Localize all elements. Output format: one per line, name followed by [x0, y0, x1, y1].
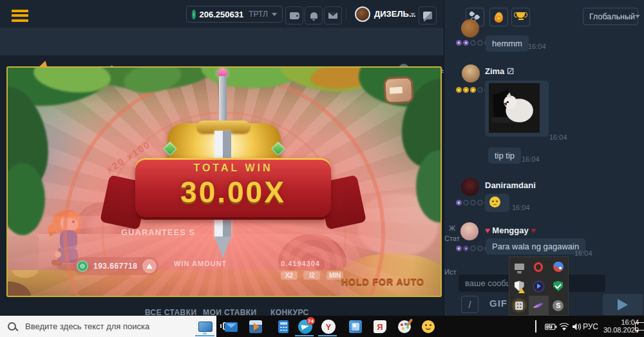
monitor-tray-icon[interactable]: [509, 257, 529, 276]
neutral-face-emoji-icon: [489, 197, 500, 207]
chat-username[interactable]: Zima ⚂: [485, 66, 514, 76]
clock-date: 30.08.2020: [599, 326, 639, 334]
page-fragment: Стат: [444, 235, 460, 242]
chat-username[interactable]: ♥ Menggay ♥: [485, 226, 536, 235]
open-app-indicator: [295, 335, 314, 336]
mail-icon: [328, 12, 337, 19]
user-menu-chevron-icon[interactable]: [410, 13, 415, 16]
avatar[interactable]: [462, 64, 480, 82]
crypto-coin-icon: [192, 10, 196, 19]
message-time: 16:04: [549, 133, 567, 141]
antivirus-tray-icon[interactable]: [549, 276, 568, 296]
emoji-message: [485, 194, 509, 212]
balance-value: 206.250631: [200, 10, 244, 19]
double-bet-button[interactable]: X2: [281, 271, 298, 280]
win-multiplier: 30.00X: [135, 175, 331, 209]
yandex-taskbar-icon[interactable]: Я: [372, 318, 388, 335]
bet-controls: X2 /2 MIN: [281, 269, 346, 280]
chat-channel-label: Глобальный: [589, 12, 635, 21]
sword-blade-tip: [214, 236, 231, 258]
file-explorer-taskbar-icon[interactable]: [197, 318, 214, 335]
chat-username[interactable]: Daniramdani: [485, 180, 536, 190]
message-time: 16:04: [528, 43, 546, 50]
taskbar-clock[interactable]: 16:04 30.08.2020: [599, 318, 639, 334]
skype-tray-icon[interactable]: S: [549, 296, 568, 315]
page-fragment: Ист: [444, 268, 456, 276]
game-menu-button[interactable]: [383, 76, 414, 104]
photos-taskbar-icon[interactable]: [347, 318, 364, 335]
defender-alert-tray-icon[interactable]: [509, 276, 529, 296]
hold-for-auto-label[interactable]: HOLD FOR AUTO: [341, 276, 424, 287]
input-device-tray-icon[interactable]: [509, 296, 529, 315]
game-coin-icon: [77, 260, 88, 272]
avatar[interactable]: [461, 19, 479, 37]
bet-value: 0.4194304: [281, 260, 320, 267]
avatar[interactable]: [461, 178, 479, 196]
battery-icon[interactable]: [545, 323, 557, 331]
speaker-icon[interactable]: [572, 323, 582, 331]
opera-tray-icon[interactable]: [529, 257, 548, 276]
mail-taskbar-icon[interactable]: [223, 318, 240, 335]
media-player-tray-icon[interactable]: [529, 276, 548, 296]
trophy-button[interactable]: [511, 8, 530, 26]
user-avatar[interactable]: [355, 6, 370, 22]
chevron-down-icon: [272, 13, 277, 16]
wifi-icon[interactable]: [559, 323, 569, 331]
tray-overflow-popup: S: [509, 256, 569, 316]
bell-icon: [310, 12, 317, 19]
calculator-taskbar-icon[interactable]: [275, 318, 292, 335]
taskbar-search-input[interactable]: [24, 321, 207, 332]
chat-message: tip tip: [488, 148, 521, 164]
top-navbar: 206.250631 ТРТЛ ДИЗЕЛЬ...: [0, 0, 444, 28]
chat-toggle-button[interactable]: [419, 6, 437, 24]
browser-ball-tray-icon[interactable]: [549, 257, 568, 276]
notification-bar: Добро пожаловать Vicky babu присоединяет…: [0, 28, 444, 55]
balance-selector[interactable]: 206.250631 ТРТЛ: [186, 6, 283, 23]
hearts-emoji: ♥: [485, 226, 490, 235]
movies-tv-taskbar-icon[interactable]: [247, 318, 264, 335]
total-win-label: TOTAL WIN: [135, 162, 331, 174]
action-center-icon[interactable]: [635, 322, 644, 331]
open-app-indicator: [318, 335, 337, 336]
gif-button[interactable]: GIF: [489, 298, 507, 309]
feather-tray-icon[interactable]: [529, 296, 548, 315]
sword-grip: [219, 76, 227, 124]
chat-message: Para wala ng gagawain: [486, 238, 585, 255]
telegram-taskbar-icon[interactable]: 74: [297, 318, 314, 335]
warning-icon: [518, 288, 525, 293]
taskbar-search[interactable]: [0, 316, 216, 337]
total-win-banner: TOTAL WIN 30.00X: [135, 158, 331, 220]
wallet-icon: [290, 12, 299, 19]
chat-panel-icon: [423, 12, 432, 19]
hamburger-menu-icon[interactable]: [12, 7, 28, 24]
notifications-button[interactable]: [305, 6, 323, 24]
page-fragment: Ж: [449, 224, 455, 232]
dice-emoji: ⚂: [507, 66, 514, 76]
avatar[interactable]: [460, 222, 478, 240]
language-indicator[interactable]: РУС: [583, 322, 598, 331]
message-time: 16:04: [574, 249, 592, 257]
chat-message: hemmm: [486, 35, 529, 52]
bet-spin-button[interactable]: [142, 259, 156, 273]
send-message-button[interactable]: [603, 294, 643, 315]
send-icon: [618, 299, 628, 311]
yandex-browser-taskbar-icon[interactable]: Y: [320, 318, 337, 335]
telegram-unread-badge: 74: [307, 317, 315, 325]
screen: 206.250631 ТРТЛ ДИЗЕЛЬ... Добро пожалова…: [0, 0, 644, 337]
half-bet-button[interactable]: /2: [303, 271, 320, 280]
wallet-button[interactable]: [285, 6, 303, 24]
clock-time: 16:04: [599, 318, 639, 326]
currency-label: ТРТЛ: [249, 10, 268, 19]
messages-button[interactable]: [324, 6, 342, 24]
win-amount-label: WIN AMOUNT: [174, 260, 227, 267]
bonus-button[interactable]: [489, 8, 508, 26]
gif-message[interactable]: [485, 81, 549, 137]
chat-channel-selector[interactable]: Глобальный: [583, 8, 638, 25]
game-balance-value: 193.667718: [93, 262, 137, 271]
show-hidden-icons-button[interactable]: [535, 322, 536, 333]
paint-taskbar-icon[interactable]: [396, 318, 413, 335]
divider: [346, 8, 346, 21]
chevron-down-icon: [635, 15, 640, 18]
slash-commands-button[interactable]: /: [461, 296, 478, 313]
stickers-taskbar-icon[interactable]: [420, 318, 437, 335]
